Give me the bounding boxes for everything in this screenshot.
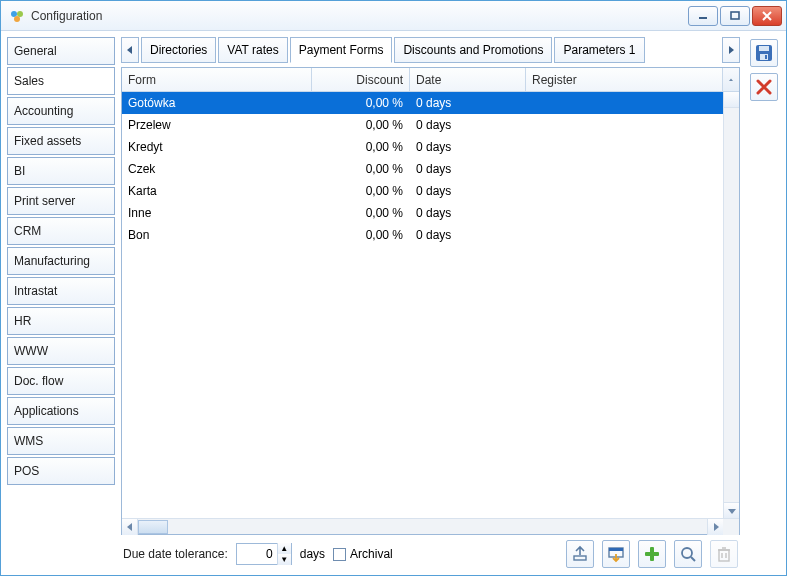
tab-parameters-1[interactable]: Parameters 1: [554, 37, 644, 63]
col-header-form[interactable]: Form: [122, 68, 312, 91]
sidebar-item-fixed-assets[interactable]: Fixed assets: [7, 127, 115, 155]
tabs: Directories VAT rates Payment Forms Disc…: [121, 37, 740, 63]
table-row[interactable]: Gotówka 0,00 % 0 days: [122, 92, 739, 114]
tab-label: Discounts and Promotions: [403, 43, 543, 57]
sidebar-item-general[interactable]: General: [7, 37, 115, 65]
cell-form: Kredyt: [122, 140, 312, 154]
sidebar-item-label: Intrastat: [14, 284, 57, 298]
scroll-right-icon[interactable]: [707, 519, 723, 535]
tab-label: Payment Forms: [299, 43, 384, 57]
maximize-button[interactable]: [720, 6, 750, 26]
tolerance-input[interactable]: [237, 547, 277, 561]
sidebar-item-intrastat[interactable]: Intrastat: [7, 277, 115, 305]
tab-discounts-promotions[interactable]: Discounts and Promotions: [394, 37, 552, 63]
archival-checkbox[interactable]: Archival: [333, 547, 393, 561]
cell-date: 0 days: [410, 184, 526, 198]
tab-directories[interactable]: Directories: [141, 37, 216, 63]
sidebar-item-accounting[interactable]: Accounting: [7, 97, 115, 125]
tab-label: Directories: [150, 43, 207, 57]
tab-scroll-left[interactable]: [121, 37, 139, 63]
sidebar-item-doc-flow[interactable]: Doc. flow: [7, 367, 115, 395]
cell-discount: 0,00 %: [312, 162, 410, 176]
sidebar-item-label: General: [14, 44, 57, 58]
minimize-button[interactable]: [688, 6, 718, 26]
svg-rect-15: [765, 55, 767, 59]
sidebar-item-wms[interactable]: WMS: [7, 427, 115, 455]
cell-discount: 0,00 %: [312, 140, 410, 154]
scroll-up-icon[interactable]: [723, 68, 739, 91]
svg-rect-9: [645, 552, 659, 556]
horizontal-scrollbar[interactable]: [122, 518, 739, 534]
scroll-up-icon[interactable]: [724, 92, 739, 108]
body: General Sales Accounting Fixed assets BI…: [1, 31, 786, 575]
scroll-corner: [723, 519, 739, 535]
sidebar-item-applications[interactable]: Applications: [7, 397, 115, 425]
sidebar-item-print-server[interactable]: Print server: [7, 187, 115, 215]
cancel-button[interactable]: [750, 73, 778, 101]
payment-forms-table: Form Discount Date Register Gotówka 0,00…: [121, 67, 740, 535]
svg-rect-11: [719, 550, 729, 561]
sidebar-item-pos[interactable]: POS: [7, 457, 115, 485]
svg-point-2: [14, 16, 20, 22]
sidebar-item-label: Doc. flow: [14, 374, 63, 388]
cell-date: 0 days: [410, 206, 526, 220]
sidebar-item-label: WMS: [14, 434, 43, 448]
svg-rect-5: [574, 556, 586, 560]
cell-date: 0 days: [410, 140, 526, 154]
cell-discount: 0,00 %: [312, 184, 410, 198]
cell-form: Przelew: [122, 118, 312, 132]
svg-point-0: [11, 11, 17, 17]
sidebar-item-label: WWW: [14, 344, 48, 358]
cell-date: 0 days: [410, 228, 526, 242]
table-row[interactable]: Bon 0,00 % 0 days: [122, 224, 739, 246]
col-header-discount[interactable]: Discount: [312, 68, 410, 91]
tolerance-unit: days: [300, 547, 325, 561]
sidebar-item-label: POS: [14, 464, 39, 478]
spin-up-icon[interactable]: ▲: [277, 543, 291, 554]
table-header: Form Discount Date Register: [122, 68, 739, 92]
table-row[interactable]: Czek 0,00 % 0 days: [122, 158, 739, 180]
sidebar-item-label: BI: [14, 164, 25, 178]
sidebar-item-sales[interactable]: Sales: [7, 67, 115, 95]
add-button[interactable]: [638, 540, 666, 568]
vertical-scrollbar[interactable]: [723, 92, 739, 518]
scroll-left-icon[interactable]: [122, 519, 138, 535]
table-row[interactable]: Kredyt 0,00 % 0 days: [122, 136, 739, 158]
scroll-down-icon[interactable]: [724, 502, 739, 518]
col-header-register[interactable]: Register: [526, 68, 723, 91]
col-header-date[interactable]: Date: [410, 68, 526, 91]
svg-point-10: [682, 548, 692, 558]
tab-payment-forms[interactable]: Payment Forms: [290, 37, 393, 63]
spin-down-icon[interactable]: ▼: [277, 554, 291, 565]
sidebar-item-www[interactable]: WWW: [7, 337, 115, 365]
save-button[interactable]: [750, 39, 778, 67]
cell-form: Inne: [122, 206, 312, 220]
delete-button[interactable]: [710, 540, 738, 568]
tab-vat-rates[interactable]: VAT rates: [218, 37, 287, 63]
import-button[interactable]: [602, 540, 630, 568]
cell-discount: 0,00 %: [312, 228, 410, 242]
table-row[interactable]: Inne 0,00 % 0 days: [122, 202, 739, 224]
export-button[interactable]: [566, 540, 594, 568]
sidebar-item-label: CRM: [14, 224, 41, 238]
window: Configuration General Sales Accounting F…: [0, 0, 787, 576]
close-button[interactable]: [752, 6, 782, 26]
sidebar-item-crm[interactable]: CRM: [7, 217, 115, 245]
sidebar-item-manufacturing[interactable]: Manufacturing: [7, 247, 115, 275]
cell-discount: 0,00 %: [312, 118, 410, 132]
footer: Due date tolerance: ▲ ▼ days Archival: [121, 535, 740, 569]
tolerance-label: Due date tolerance:: [123, 547, 228, 561]
sidebar-item-bi[interactable]: BI: [7, 157, 115, 185]
svg-rect-3: [699, 17, 707, 19]
table-row[interactable]: Przelew 0,00 % 0 days: [122, 114, 739, 136]
window-controls: [688, 6, 782, 26]
tolerance-stepper[interactable]: ▲ ▼: [236, 543, 292, 565]
scroll-thumb[interactable]: [138, 520, 168, 534]
checkbox-box[interactable]: [333, 548, 346, 561]
tab-label: VAT rates: [227, 43, 278, 57]
tab-scroll-right[interactable]: [722, 37, 740, 63]
preview-button[interactable]: [674, 540, 702, 568]
sidebar-item-hr[interactable]: HR: [7, 307, 115, 335]
table-row[interactable]: Karta 0,00 % 0 days: [122, 180, 739, 202]
cell-discount: 0,00 %: [312, 206, 410, 220]
